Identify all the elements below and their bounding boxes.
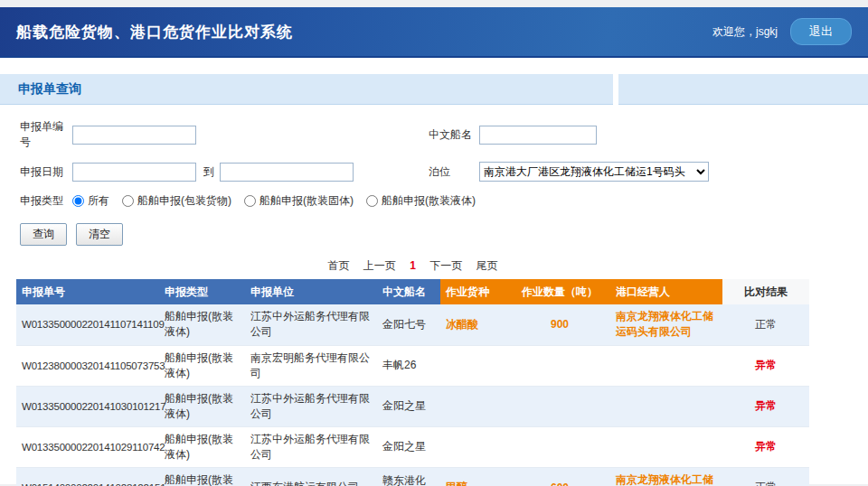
cell-ship-name: 金阳之星 (377, 386, 440, 426)
date-to-label: 到 (203, 164, 214, 180)
date-from-input[interactable] (72, 163, 196, 182)
col-cargo-type: 作业货种 (440, 279, 509, 304)
cell-port-operator (610, 386, 722, 426)
form-row-1: 申报单编号 中文船名 (20, 119, 850, 150)
table-header-row: 申报单号 申报类型 申报单位 中文船名 作业货种 作业数量（吨） 港口经营人 比… (16, 279, 809, 304)
table-row: W013350000220141030101217 船舶申报(散装液体) 江苏中… (16, 386, 809, 426)
cell-quantity (509, 426, 610, 467)
cell-declare-type: 船舶申报(散装液体) (159, 426, 245, 467)
app-title: 船载危险货物、港口危货作业比对系统 (16, 22, 293, 42)
welcome-text: 欢迎您，jsgkj (712, 24, 778, 40)
col-declare-type: 申报类型 (159, 279, 245, 304)
page: 船载危险货物、港口危货作业比对系统 欢迎您，jsgkj 退出 申报单查询 申报单… (0, 0, 868, 484)
radio-bulk-liquid-input[interactable] (366, 195, 378, 207)
col-quantity: 作业数量（吨） (509, 279, 610, 304)
results-table: 申报单号 申报类型 申报单位 中文船名 作业货种 作业数量（吨） 港口经营人 比… (16, 279, 809, 486)
cell-declare-unit: 江西东港航运有限公司 (245, 467, 377, 486)
clear-button[interactable]: 清空 (76, 223, 123, 246)
cell-compare-result: 异常 (722, 426, 809, 467)
cell-quantity (509, 386, 610, 426)
page-current[interactable]: 1 (410, 259, 416, 272)
table-row: W013350000220141029110742 船舶申报(散装液体) 江苏中… (16, 426, 809, 467)
main-content: 申报单查询 申报单编号 中文船名 申报日期 到 (0, 58, 868, 484)
cell-declaration-no: W015140000220141028122151 (16, 467, 159, 486)
radio-all-label: 所有 (88, 193, 109, 209)
cell-cargo-type: 冰醋酸 (440, 304, 509, 345)
radio-packaged-input[interactable] (122, 195, 134, 207)
cell-cargo-type: 甲醇 (440, 467, 509, 486)
col-compare-result: 比对结果 (722, 279, 809, 304)
table-row: W012380000320141105073753 船舶申报(散装液体) 南京宏… (16, 345, 809, 386)
section-title: 申报单查询 (18, 81, 81, 98)
page-first-link[interactable]: 首页 (327, 259, 349, 272)
cell-compare-result: 正常 (722, 467, 809, 486)
radio-packaged[interactable]: 船舶申报(包装货物) (122, 193, 231, 209)
declaration-no-group: 申报单编号 (20, 119, 429, 150)
cell-declaration-no: W012380000320141105073753 (16, 345, 159, 386)
radio-bulk-solid-input[interactable] (244, 195, 256, 207)
logout-button[interactable]: 退出 (790, 18, 852, 45)
col-declaration-no: 申报单号 (16, 279, 159, 304)
berth-label: 泊位 (429, 164, 479, 180)
form-buttons: 查询 清空 (20, 223, 850, 246)
pagination: 首页 上一页 1 下一页 尾页 (16, 258, 809, 274)
date-label: 申报日期 (20, 164, 72, 180)
page-last-link[interactable]: 尾页 (476, 259, 498, 272)
radio-bulk-liquid[interactable]: 船舶申报(散装液体) (366, 193, 476, 209)
cell-compare-result: 异常 (722, 386, 809, 426)
cell-port-operator (610, 345, 722, 386)
col-ship-name: 中文船名 (377, 279, 440, 304)
radio-all[interactable]: 所有 (72, 193, 109, 209)
cell-ship-name: 金阳之星 (377, 426, 440, 467)
cell-declaration-no: W013350000220141030101217 (16, 386, 159, 426)
radio-all-input[interactable] (72, 195, 84, 207)
cell-ship-name: 丰帆26 (377, 345, 440, 386)
cell-ship-name: 金阳七号 (377, 304, 440, 345)
header-right: 欢迎您，jsgkj 退出 (712, 18, 852, 45)
type-label: 申报类型 (20, 193, 72, 209)
cell-port-operator (610, 426, 722, 467)
radio-bulk-solid-label: 船舶申报(散装固体) (259, 193, 354, 209)
table-row: W015140000220141028122151 船舶申报(散装液体) 江西东… (16, 467, 809, 486)
berth-group: 泊位 南京港大厂港区龙翔液体化工储运1号码头 (429, 162, 709, 182)
col-declare-unit: 申报单位 (245, 279, 377, 304)
cell-declare-unit: 江苏中外运船务代理有限公司 (245, 426, 377, 467)
cell-quantity: 900 (509, 304, 610, 345)
radio-packaged-label: 船舶申报(包装货物) (137, 193, 231, 209)
col-port-operator: 港口经营人 (610, 279, 722, 304)
radio-bulk-solid[interactable]: 船舶申报(散装固体) (244, 193, 354, 209)
cell-declare-type: 船舶申报(散装液体) (159, 345, 245, 386)
page-next-link[interactable]: 下一页 (429, 259, 462, 272)
app-header: 船载危险货物、港口危货作业比对系统 欢迎您，jsgkj 退出 (0, 7, 868, 58)
form-row-3: 申报类型 所有 船舶申报(包装货物) 船舶申报(散装固体) (20, 193, 850, 209)
cell-declare-type: 船舶申报(散装液体) (159, 386, 245, 426)
date-to-input[interactable] (220, 163, 354, 182)
cell-declare-unit: 江苏中外运船务代理有限公司 (245, 386, 377, 426)
section-header-spacer (618, 74, 868, 105)
date-range-group: 申报日期 到 (20, 163, 429, 182)
cell-quantity (509, 345, 610, 386)
page-prev-link[interactable]: 上一页 (363, 259, 396, 272)
cell-ship-name: 赣东港化166 (377, 467, 440, 486)
cell-declaration-no: W013350000220141029110742 (16, 426, 159, 467)
table-row: W013350000220141107141109 船舶申报(散装液体) 江苏中… (16, 304, 809, 345)
cell-declare-type: 船舶申报(散装液体) (159, 467, 245, 486)
cell-declare-unit: 江苏中外运船务代理有限公司 (245, 304, 377, 345)
section-title-bar: 申报单查询 (0, 74, 613, 105)
declare-type-radios: 所有 船舶申报(包装货物) 船舶申报(散装固体) 船舶申报(散装液体) (72, 193, 476, 209)
section-header: 申报单查询 (0, 58, 868, 105)
cell-port-operator: 南京龙翔液体化工储运码头有限公司 (610, 467, 722, 486)
ship-name-label: 中文船名 (429, 127, 479, 143)
declaration-no-input[interactable] (72, 126, 196, 145)
ship-name-input[interactable] (479, 126, 597, 145)
query-form: 申报单编号 中文船名 申报日期 到 泊位 南京港 (0, 105, 868, 246)
query-button[interactable]: 查询 (20, 223, 67, 246)
cell-declare-type: 船舶申报(散装液体) (159, 304, 245, 345)
radio-bulk-liquid-label: 船舶申报(散装液体) (382, 193, 476, 209)
berth-select[interactable]: 南京港大厂港区龙翔液体化工储运1号码头 (479, 162, 709, 182)
cell-compare-result: 异常 (722, 345, 809, 386)
declaration-no-label: 申报单编号 (20, 119, 72, 150)
cell-cargo-type (440, 386, 509, 426)
cell-declaration-no: W013350000220141107141109 (16, 304, 159, 345)
form-row-2: 申报日期 到 泊位 南京港大厂港区龙翔液体化工储运1号码头 (20, 162, 850, 182)
